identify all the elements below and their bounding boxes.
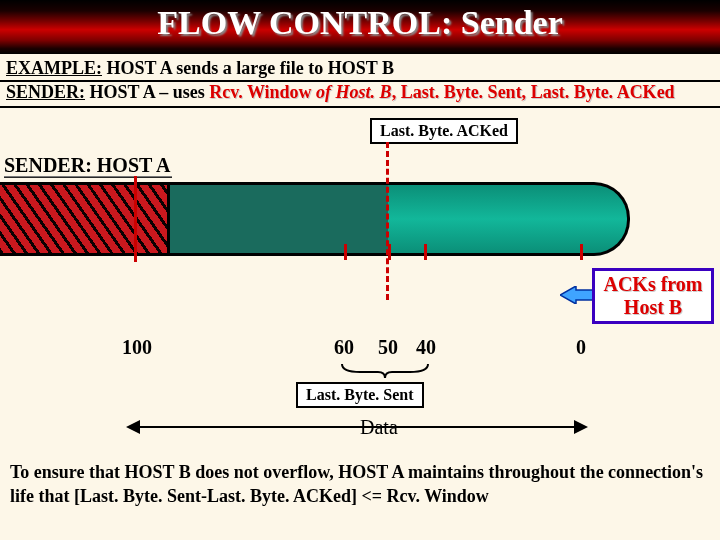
tick-60 (344, 244, 347, 260)
tick-label-0: 0 (576, 336, 586, 359)
tick-label-50: 50 (378, 336, 398, 359)
arrowhead-left-icon (126, 420, 140, 434)
var-of-hostb: of Host. B (316, 82, 392, 102)
footer-text: To ensure that HOST B does not overflow,… (10, 460, 710, 509)
tick-40 (424, 244, 427, 260)
tick-label-100: 100 (122, 336, 152, 359)
sender-buffer (0, 182, 630, 256)
tick-0 (580, 244, 583, 260)
sender-prefix: SENDER: (6, 82, 85, 102)
tick-100 (134, 176, 137, 262)
data-label: Data (360, 416, 398, 439)
label-last-byte-sent: Last. Byte. Sent (296, 382, 424, 408)
arrowhead-right-icon (574, 420, 588, 434)
brace-icon (340, 362, 430, 378)
buffer-segment-sent-acked (0, 182, 170, 256)
var-rcvwindow: Rcv. Window (209, 82, 316, 102)
sender-line: SENDER: HOST A – uses Rcv. Window of Hos… (6, 82, 675, 103)
sender-host: HOST A – uses (85, 82, 209, 102)
ack-line1: ACKs from (603, 273, 702, 295)
example-text: HOST A sends a large file to HOST B (102, 58, 394, 78)
svg-marker-1 (126, 420, 140, 434)
ack-line2: Host B (624, 296, 682, 318)
svg-marker-0 (560, 286, 596, 304)
buffer-segment-sent-unacked (170, 182, 388, 256)
example-line: EXAMPLE: HOST A sends a large file to HO… (6, 58, 394, 79)
label-last-byte-acked: Last. Byte. ACKed (370, 118, 518, 144)
divider-2 (0, 106, 720, 108)
marker-last-byte-acked (386, 142, 389, 300)
svg-marker-2 (574, 420, 588, 434)
ack-from-host-b: ACKs from Host B (592, 268, 714, 324)
sep1: , (392, 82, 401, 102)
var-lastbytesent: Last. Byte. Sent, (401, 82, 531, 102)
tick-label-60: 60 (334, 336, 354, 359)
tick-50 (388, 244, 391, 260)
arrow-left-icon (560, 286, 596, 304)
slide-title: FLOW CONTROL: Sender (0, 4, 720, 42)
var-lastbyteacked: Last. Byte. ACKed (531, 82, 675, 102)
label-sender-host-a: SENDER: HOST A (4, 154, 170, 177)
example-prefix: EXAMPLE: (6, 58, 102, 78)
data-arrow-line (136, 426, 578, 428)
tick-label-40: 40 (416, 336, 436, 359)
